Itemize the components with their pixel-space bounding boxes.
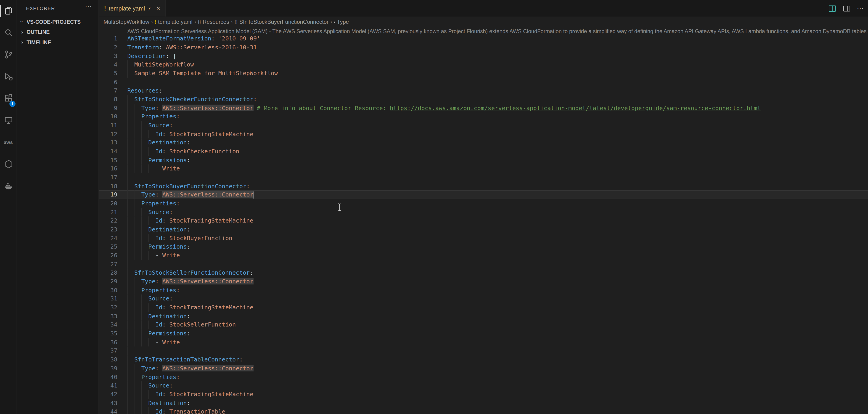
line-content[interactable]: SfnToStockSellerFunctionConnector: bbox=[127, 269, 253, 277]
code-line[interactable]: 17 bbox=[99, 173, 868, 182]
customize-layout-icon[interactable] bbox=[843, 4, 851, 12]
code-line[interactable]: 9 Type: AWS::Serverless::Connector # Mor… bbox=[99, 104, 868, 113]
code-line[interactable]: 38 SfnToTransactionTableConnector: bbox=[99, 356, 868, 364]
line-content[interactable]: Id: StockSellerFunction bbox=[127, 321, 236, 329]
more-actions-icon[interactable]: ⋯ bbox=[85, 2, 92, 10]
line-content[interactable]: Permissions: bbox=[127, 329, 190, 338]
code-line[interactable]: 7Resources: bbox=[99, 87, 868, 95]
breadcrumb-item[interactable]: !template.yaml bbox=[155, 19, 192, 25]
breadcrumb-item[interactable]: {}Resources bbox=[198, 19, 229, 25]
line-content[interactable]: - Write bbox=[127, 251, 180, 260]
code-line[interactable]: 27 bbox=[99, 260, 868, 269]
tab-template-yaml[interactable]: ! template.yaml 7 × bbox=[99, 0, 165, 17]
line-content[interactable]: Type: AWS::Serverless::Connector bbox=[127, 364, 253, 373]
code-line[interactable]: 11 Source: bbox=[99, 121, 868, 130]
code-line[interactable]: 41 Source: bbox=[99, 381, 868, 390]
code-line[interactable]: 42 Id: StockTradingStateMachine bbox=[99, 390, 868, 399]
line-content[interactable]: Resources: bbox=[127, 87, 162, 95]
activity-item-source-control[interactable] bbox=[0, 43, 17, 66]
line-content[interactable]: Id: StockBuyerFunction bbox=[127, 234, 232, 243]
sidebar-section-vs-code-projects[interactable]: ›VS-CODE-PROJECTS bbox=[17, 17, 98, 27]
code-line[interactable]: 29 Type: AWS::Serverless::Connector bbox=[99, 277, 868, 286]
line-content[interactable]: Properties: bbox=[127, 199, 180, 208]
line-content[interactable]: - Write bbox=[127, 338, 180, 347]
activity-item-remote-explorer[interactable] bbox=[0, 109, 17, 131]
code-line[interactable]: 33 Destination: bbox=[99, 312, 868, 321]
breadcrumb-item[interactable]: {}SfnToStockBuyerFunctionConnector bbox=[235, 19, 329, 25]
code-line[interactable]: 25 Permissions: bbox=[99, 243, 868, 251]
code-line[interactable]: 16 - Write bbox=[99, 165, 868, 173]
activity-item-docker[interactable] bbox=[0, 175, 17, 197]
line-content[interactable]: SfnToTransactionTableConnector: bbox=[127, 356, 243, 364]
line-content[interactable]: Source: bbox=[127, 121, 173, 130]
code-line[interactable]: 4 MultiStepWorkflow bbox=[99, 61, 868, 69]
line-content[interactable]: Type: AWS::Serverless::Connector bbox=[127, 277, 253, 286]
line-content[interactable]: SfnToStockBuyerFunctionConnector: bbox=[127, 182, 250, 190]
line-content[interactable]: Description: | bbox=[127, 52, 176, 61]
line-content[interactable]: Destination: bbox=[127, 399, 190, 407]
line-content[interactable]: Source: bbox=[127, 208, 173, 216]
breadcrumb-item[interactable]: ▪Type bbox=[334, 19, 349, 25]
line-content[interactable]: Destination: bbox=[127, 225, 190, 234]
line-content[interactable]: Source: bbox=[127, 295, 173, 303]
code-line[interactable]: 15 Permissions: bbox=[99, 156, 868, 165]
close-icon[interactable]: × bbox=[154, 5, 160, 12]
code-line[interactable]: 32 Id: StockTradingStateMachine bbox=[99, 303, 868, 312]
activity-item-search[interactable] bbox=[0, 22, 17, 44]
line-content[interactable]: Permissions: bbox=[127, 156, 190, 165]
code-line[interactable]: 3Description: | bbox=[99, 52, 868, 61]
line-content[interactable]: - Write bbox=[127, 165, 180, 173]
code-line[interactable]: 39 Type: AWS::Serverless::Connector bbox=[99, 364, 868, 373]
code-line[interactable]: 31 Source: bbox=[99, 295, 868, 303]
code-line[interactable]: 8 SfnToStockCheckerFunctionConnector: bbox=[99, 95, 868, 104]
line-content[interactable]: Type: AWS::Serverless::Connector # More … bbox=[127, 104, 761, 113]
code-line[interactable]: 24 Id: StockBuyerFunction bbox=[99, 234, 868, 243]
code-line[interactable]: 40 Properties: bbox=[99, 373, 868, 382]
line-content[interactable]: SfnToStockCheckerFunctionConnector: bbox=[127, 95, 257, 104]
code-line[interactable]: 19 Type: AWS::Serverless::Connector bbox=[99, 190, 868, 199]
line-content[interactable]: Properties: bbox=[127, 286, 180, 295]
line-content[interactable]: Type: AWS::Serverless::Connector bbox=[127, 190, 253, 199]
line-content[interactable]: Source: bbox=[127, 381, 173, 390]
code-line[interactable]: 35 Permissions: bbox=[99, 329, 868, 338]
line-content[interactable]: Id: StockTradingStateMachine bbox=[127, 390, 253, 399]
line-content[interactable]: Permissions: bbox=[127, 243, 190, 251]
code-line[interactable]: 22 Id: StockTradingStateMachine bbox=[99, 216, 868, 225]
code-line[interactable]: 5 Sample SAM Template for MultiStepWorkf… bbox=[99, 69, 868, 78]
code-line[interactable]: 12 Id: StockTradingStateMachine bbox=[99, 130, 868, 139]
code-line[interactable]: 14 Id: StockCheckerFunction bbox=[99, 147, 868, 156]
sidebar-section-timeline[interactable]: ›TIMELINE bbox=[17, 37, 98, 48]
line-content[interactable]: Id: TransactionTable bbox=[127, 407, 225, 414]
line-content[interactable]: Destination: bbox=[127, 312, 190, 321]
code-line[interactable]: 21 Source: bbox=[99, 208, 868, 216]
sidebar-section-outline[interactable]: ›OUTLINE bbox=[17, 27, 98, 37]
code-line[interactable]: 43 Destination: bbox=[99, 399, 868, 407]
line-content[interactable]: Id: StockTradingStateMachine bbox=[127, 130, 253, 139]
editor-content[interactable]: AWS CloudFormation Serverless Applicatio… bbox=[99, 27, 868, 414]
line-content[interactable]: Id: StockCheckerFunction bbox=[127, 147, 239, 156]
split-editor-icon[interactable] bbox=[828, 4, 836, 12]
code-line[interactable]: 23 Destination: bbox=[99, 225, 868, 234]
line-content[interactable]: Id: StockTradingStateMachine bbox=[127, 216, 253, 225]
code-line[interactable]: 28 SfnToStockSellerFunctionConnector: bbox=[99, 269, 868, 277]
code-line[interactable]: 6 bbox=[99, 78, 868, 87]
code-line[interactable]: 1AWSTemplateFormatVersion: '2010-09-09' bbox=[99, 34, 868, 43]
code-line[interactable]: 36 - Write bbox=[99, 338, 868, 347]
code-line[interactable]: 37 bbox=[99, 347, 868, 356]
line-content[interactable]: AWSTemplateFormatVersion: '2010-09-09' bbox=[127, 34, 260, 43]
line-content[interactable]: Sample SAM Template for MultiStepWorkflo… bbox=[127, 69, 278, 78]
code-line[interactable]: 20 Properties: bbox=[99, 199, 868, 208]
code-line[interactable]: 13 Destination: bbox=[99, 139, 868, 147]
line-content[interactable]: Transform: AWS::Serverless-2016-10-31 bbox=[127, 43, 257, 52]
activity-item-amazon-q[interactable] bbox=[0, 153, 17, 175]
code-line[interactable]: 44 Id: TransactionTable bbox=[99, 407, 868, 414]
activity-item-run-and-debug[interactable] bbox=[0, 66, 17, 88]
activity-item-extensions[interactable]: 1 bbox=[0, 88, 17, 110]
activity-item-aws-toolkit[interactable]: aws bbox=[0, 131, 17, 153]
activity-item-explorer[interactable] bbox=[0, 0, 17, 22]
line-content[interactable]: Id: StockTradingStateMachine bbox=[127, 303, 253, 312]
line-content[interactable]: MultiStepWorkflow bbox=[127, 61, 194, 69]
code-line[interactable]: 10 Properties: bbox=[99, 113, 868, 121]
line-content[interactable]: Properties: bbox=[127, 373, 180, 382]
code-line[interactable]: 2Transform: AWS::Serverless-2016-10-31 bbox=[99, 43, 868, 52]
